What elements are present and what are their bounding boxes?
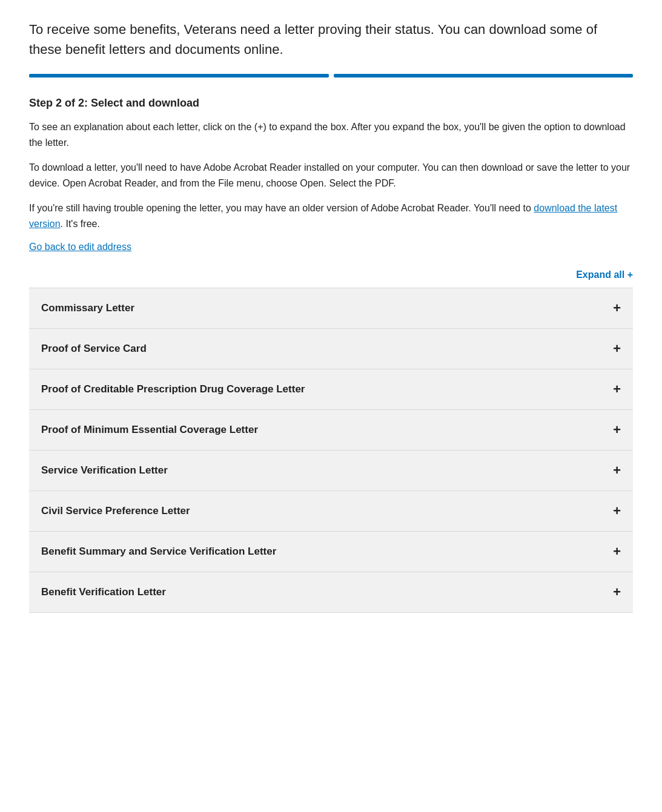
accordion-title-5: Service Verification Letter (41, 464, 168, 477)
accordion-list: Commissary Letter+Proof of Service Card+… (29, 288, 633, 613)
intro-text: To receive some benefits, Veterans need … (29, 19, 633, 59)
accordion-expand-icon-5: + (613, 463, 621, 478)
go-back-link[interactable]: Go back to edit address (29, 242, 131, 253)
accordion-item: Benefit Summary and Service Verification… (29, 532, 633, 572)
accordion-header-3[interactable]: Proof of Creditable Prescription Drug Co… (29, 369, 633, 409)
accordion-header-4[interactable]: Proof of Minimum Essential Coverage Lett… (29, 410, 633, 450)
accordion-title-3: Proof of Creditable Prescription Drug Co… (41, 383, 305, 395)
instructions-paragraph3: If you're still having trouble opening t… (29, 200, 633, 231)
instructions-paragraph3-after: . It's free. (61, 219, 100, 229)
step-label: Step 2 of 2: Select and download (29, 97, 633, 110)
progress-segment-2 (334, 74, 634, 78)
accordion-expand-icon-2: + (613, 341, 621, 357)
progress-bar (29, 74, 633, 78)
accordion-title-1: Commissary Letter (41, 302, 134, 314)
accordion-header-8[interactable]: Benefit Verification Letter+ (29, 572, 633, 612)
instructions-paragraph2: To download a letter, you'll need to hav… (29, 160, 633, 191)
accordion-expand-icon-6: + (613, 503, 621, 519)
expand-all-button[interactable]: Expand all + (576, 269, 633, 280)
accordion-title-7: Benefit Summary and Service Verification… (41, 546, 276, 558)
accordion-item: Civil Service Preference Letter+ (29, 491, 633, 532)
page-container: To receive some benefits, Veterans need … (0, 0, 662, 642)
accordion-item: Benefit Verification Letter+ (29, 572, 633, 613)
accordion-item: Commissary Letter+ (29, 288, 633, 329)
progress-segment-1 (29, 74, 329, 78)
accordion-title-2: Proof of Service Card (41, 343, 147, 355)
accordion-item: Proof of Creditable Prescription Drug Co… (29, 369, 633, 410)
accordion-title-8: Benefit Verification Letter (41, 586, 166, 598)
accordion-expand-icon-1: + (613, 300, 621, 316)
accordion-title-6: Civil Service Preference Letter (41, 505, 190, 517)
accordion-item: Service Verification Letter+ (29, 451, 633, 491)
accordion-expand-icon-8: + (613, 584, 621, 600)
accordion-item: Proof of Minimum Essential Coverage Lett… (29, 410, 633, 451)
accordion-header-7[interactable]: Benefit Summary and Service Verification… (29, 532, 633, 572)
accordion-header-1[interactable]: Commissary Letter+ (29, 288, 633, 328)
instructions-paragraph1: To see an explanation about each letter,… (29, 119, 633, 150)
accordion-header-2[interactable]: Proof of Service Card+ (29, 329, 633, 369)
accordion-expand-icon-3: + (613, 381, 621, 397)
accordion-expand-icon-4: + (613, 422, 621, 438)
accordion-header-6[interactable]: Civil Service Preference Letter+ (29, 491, 633, 531)
expand-all-container: Expand all + (29, 269, 633, 280)
accordion-expand-icon-7: + (613, 544, 621, 559)
accordion-header-5[interactable]: Service Verification Letter+ (29, 451, 633, 490)
accordion-title-4: Proof of Minimum Essential Coverage Lett… (41, 424, 258, 436)
instructions-paragraph3-before: If you're still having trouble opening t… (29, 203, 534, 213)
accordion-item: Proof of Service Card+ (29, 329, 633, 369)
